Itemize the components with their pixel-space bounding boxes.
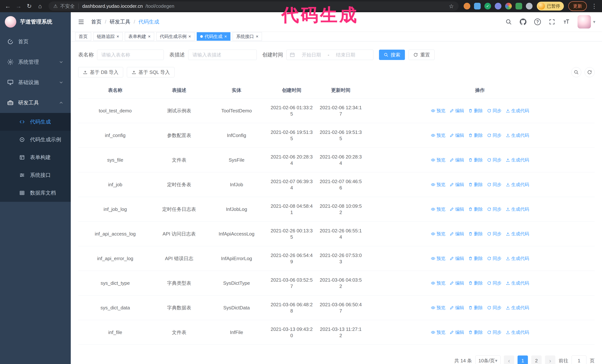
tab[interactable]: 代码生成 × (197, 32, 230, 41)
delete-button[interactable]: 删除 (468, 329, 483, 335)
generate-code-button[interactable]: 生成代码 (506, 132, 529, 138)
github-icon[interactable] (520, 19, 527, 25)
close-icon[interactable]: × (148, 34, 150, 39)
next-page-button[interactable]: › (545, 355, 555, 364)
back-icon[interactable]: ← (3, 1, 13, 11)
reload-icon[interactable]: ↻ (24, 1, 34, 11)
delete-button[interactable]: 删除 (468, 108, 483, 114)
browser-menu-icon[interactable]: ⋮ (589, 3, 599, 10)
search-button[interactable]: 搜索 (379, 50, 405, 60)
tab[interactable]: 代码生成示例 × (156, 32, 194, 41)
delete-button[interactable]: 删除 (468, 157, 483, 163)
generate-code-button[interactable]: 生成代码 (506, 280, 529, 286)
import-db-button[interactable]: 基于 DB 导入 (78, 67, 123, 77)
extension-icon[interactable] (495, 3, 501, 10)
preview-button[interactable]: 预览 (431, 305, 445, 311)
generate-code-button[interactable]: 生成代码 (506, 181, 529, 188)
close-icon[interactable]: × (188, 34, 191, 39)
sidebar-item-codegen-example[interactable]: 代码生成示例 (0, 131, 71, 148)
edit-button[interactable]: 编辑 (450, 157, 464, 163)
extension-icon[interactable] (526, 3, 533, 10)
date-range-picker[interactable]: - (286, 50, 373, 60)
delete-button[interactable]: 删除 (468, 255, 483, 262)
edit-button[interactable]: 编辑 (450, 108, 464, 114)
start-date-input[interactable] (297, 52, 326, 58)
forward-icon[interactable]: → (14, 1, 23, 11)
generate-code-button[interactable]: 生成代码 (506, 329, 529, 335)
page-size-select[interactable]: 10条/页 ▾ (475, 355, 501, 364)
preview-button[interactable]: 预览 (431, 255, 445, 262)
sync-button[interactable]: 同步 (487, 206, 502, 212)
preview-button[interactable]: 预览 (431, 280, 445, 286)
fullscreen-icon[interactable] (549, 19, 555, 25)
sidebar-item-db-doc[interactable]: 数据库文档 (0, 184, 71, 202)
delete-button[interactable]: 删除 (468, 280, 483, 286)
sidebar-item-form-builder[interactable]: 表单构建 (0, 148, 71, 166)
home-icon[interactable]: ⌂ (35, 1, 45, 11)
sidebar-item-system-api[interactable]: 系统接口 (0, 166, 71, 184)
sync-button[interactable]: 同步 (487, 255, 502, 262)
edit-button[interactable]: 编辑 (450, 280, 464, 286)
preview-button[interactable]: 预览 (431, 231, 445, 237)
preview-button[interactable]: 预览 (431, 206, 445, 212)
font-size-icon[interactable] (563, 19, 570, 25)
reset-button[interactable]: 重置 (408, 50, 435, 60)
delete-button[interactable]: 删除 (468, 206, 483, 212)
generate-code-button[interactable]: 生成代码 (506, 206, 529, 212)
close-icon[interactable]: × (224, 34, 227, 39)
toggle-search-button[interactable] (571, 67, 581, 77)
help-icon[interactable]: ? (534, 19, 541, 25)
extension-icon[interactable] (505, 3, 512, 10)
edit-button[interactable]: 编辑 (450, 329, 464, 335)
app-logo[interactable]: 芋道管理系统 (0, 12, 71, 31)
sync-button[interactable]: 同步 (487, 108, 502, 114)
page-button-2[interactable]: 2 (531, 355, 542, 364)
tab[interactable]: 表单构建 × (125, 32, 154, 41)
tab[interactable]: 首页 × (75, 32, 91, 41)
sync-button[interactable]: 同步 (487, 157, 502, 163)
close-icon[interactable]: × (117, 34, 119, 39)
sync-button[interactable]: 同步 (487, 181, 502, 188)
preview-button[interactable]: 预览 (431, 132, 445, 138)
sidebar-item-codegen[interactable]: 代码生成 (0, 113, 71, 131)
tab[interactable]: 链路追踪 × (93, 32, 123, 41)
generate-code-button[interactable]: 生成代码 (506, 255, 529, 262)
table-name-input[interactable] (97, 50, 164, 60)
edit-button[interactable]: 编辑 (450, 305, 464, 311)
delete-button[interactable]: 删除 (468, 231, 483, 237)
close-icon[interactable]: × (256, 34, 258, 39)
extension-icon[interactable] (516, 3, 522, 10)
preview-button[interactable]: 预览 (431, 329, 445, 335)
extension-icon[interactable]: ✓ (484, 3, 491, 10)
breadcrumb-devtools[interactable]: 研发工具 (110, 18, 130, 25)
preview-button[interactable]: 预览 (431, 157, 445, 163)
sidebar-item-home[interactable]: 首页 (0, 31, 71, 52)
sync-button[interactable]: 同步 (487, 329, 502, 335)
sync-button[interactable]: 同步 (487, 305, 502, 311)
extension-icon[interactable] (474, 3, 481, 10)
import-sql-button[interactable]: 基于 SQL 导入 (127, 67, 175, 77)
goto-page-input[interactable] (572, 355, 586, 364)
preview-button[interactable]: 预览 (431, 108, 445, 114)
edit-button[interactable]: 编辑 (450, 132, 464, 138)
tab[interactable]: 系统接口 × (233, 32, 262, 41)
search-icon[interactable] (505, 19, 512, 25)
sidebar-item-system[interactable]: 系统管理 (0, 52, 71, 72)
address-bar[interactable]: ⚠ 不安全 dashboard.yudao.iocoder.cn /tool/c… (49, 1, 459, 11)
preview-button[interactable]: 预览 (431, 181, 445, 188)
edit-button[interactable]: 编辑 (450, 206, 464, 212)
hamburger-icon[interactable] (77, 18, 85, 26)
sync-button[interactable]: 同步 (487, 280, 502, 286)
user-menu[interactable]: ▾ (578, 15, 595, 29)
sync-button[interactable]: 同步 (487, 231, 502, 237)
sidebar-item-devtools[interactable]: 研发工具 (0, 93, 71, 113)
sync-button[interactable]: 同步 (487, 132, 502, 138)
edit-button[interactable]: 编辑 (450, 255, 464, 262)
edit-button[interactable]: 编辑 (450, 181, 464, 188)
sidebar-item-infra[interactable]: 基础设施 (0, 72, 71, 93)
prev-page-button[interactable]: ‹ (504, 355, 514, 364)
browser-update-button[interactable]: 更新 (568, 1, 587, 11)
end-date-input[interactable] (331, 52, 360, 58)
profile-paused-badge[interactable]: 已暂停 (537, 2, 564, 10)
delete-button[interactable]: 删除 (468, 305, 483, 311)
